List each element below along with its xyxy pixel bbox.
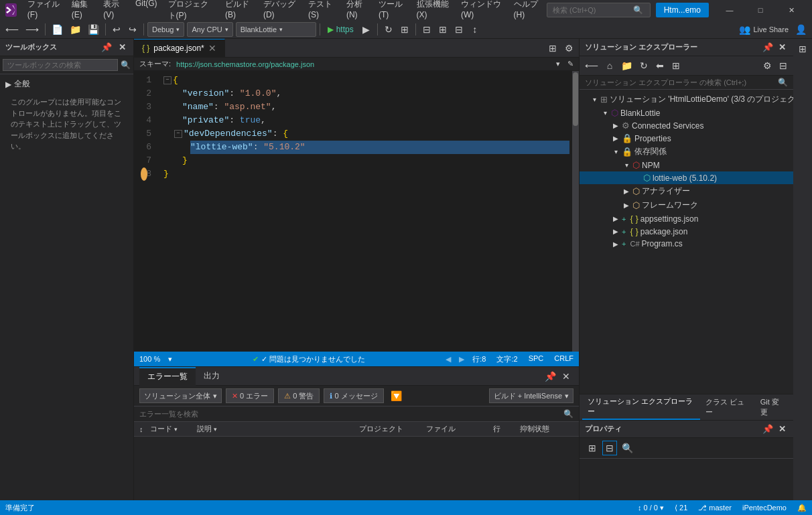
col-code[interactable]: コード ▾	[150, 424, 197, 434]
col-sort[interactable]: ↕	[139, 425, 150, 433]
toolbar-more-5[interactable]: ⊟	[452, 22, 466, 37]
se-node-program-cs[interactable]: ▶ + C# Program.cs	[580, 238, 793, 250]
toolbar-more-1[interactable]: ↻	[381, 22, 396, 37]
toolbar-more-4[interactable]: ⊞	[435, 22, 450, 37]
props-pin-icon[interactable]: 📌	[760, 423, 775, 435]
editor-settings-icon[interactable]: ⚙	[561, 41, 576, 56]
line-num-1: 1	[134, 74, 155, 87]
collapse-icon-5[interactable]: −	[174, 130, 182, 138]
se-node-framework[interactable]: ▶ ⬡ フレームワーク	[580, 198, 793, 212]
status-bell-icon[interactable]: 🔔	[797, 504, 807, 512]
se-tab-solution-explorer[interactable]: ソリューション エクスプローラー	[582, 394, 700, 420]
se-title: ソリューション エクスプローラー	[585, 42, 697, 52]
schema-url-link[interactable]: https://json.schemastore.org/package.jso…	[176, 60, 314, 68]
toolbar-new-btn[interactable]: 📄	[49, 22, 66, 37]
bottom-panel-pin-icon[interactable]: 📌	[542, 369, 559, 384]
right-icon-1[interactable]: ⊞	[795, 42, 810, 56]
toolbox-search-input[interactable]	[3, 59, 118, 71]
msg-count-button[interactable]: ℹ 0 メッセージ	[324, 388, 383, 403]
collapse-icon-1[interactable]: −	[163, 76, 172, 84]
error-filter-btn[interactable]: 🔽	[388, 388, 405, 403]
toolbar-back-btn[interactable]: ⟵	[3, 22, 21, 37]
output-tab[interactable]: 出力	[196, 367, 228, 386]
col-suppress[interactable]: 抑制状態	[520, 424, 573, 434]
se-node-npm[interactable]: ▾ ⬡ NPM	[580, 159, 793, 171]
title-search-box[interactable]: 🔍	[547, 3, 651, 17]
debug-mode-dropdown[interactable]: Debug ▾	[147, 22, 184, 37]
col-file[interactable]: ファイル	[426, 424, 493, 434]
se-tab-class-view[interactable]: クラス ビュー	[700, 395, 755, 419]
run-button[interactable]: ▶ https	[324, 22, 358, 37]
se-back-btn[interactable]: ⟵	[582, 58, 601, 73]
build-scope-dropdown[interactable]: ビルド + IntelliSense ▾	[489, 388, 573, 403]
se-node-blanklottie[interactable]: ▾ ⬡ BlankLottie	[580, 106, 793, 119]
toolbar-run-extra[interactable]: ▶	[359, 22, 374, 37]
se-settings-btn[interactable]: ⚙	[760, 58, 774, 73]
title-search-input[interactable]	[553, 6, 633, 14]
toolbar-redo-btn[interactable]: ↪	[125, 22, 140, 37]
se-folder-btn[interactable]: 📁	[618, 58, 635, 73]
plus-icon: +	[622, 215, 626, 223]
se-search-input[interactable]	[585, 78, 775, 86]
toolbar-more-2[interactable]: ⊞	[397, 22, 412, 37]
se-more-btn[interactable]: ⊟	[776, 58, 791, 73]
props-grid-icon[interactable]: ⊞	[585, 441, 600, 455]
se-refresh-btn[interactable]: ↻	[636, 58, 651, 73]
props-sort-icon[interactable]: ⊟	[602, 441, 617, 455]
se-node-dependencies[interactable]: ▾ 🔒 依存関係	[580, 145, 793, 159]
platform-dropdown[interactable]: Any CPU ▾	[187, 22, 232, 37]
col-description[interactable]: 説明 ▾	[197, 424, 359, 434]
se-filter-btn[interactable]: ⊞	[669, 58, 683, 73]
se-node-solution[interactable]: ▾ ⊞ ソリューション 'HtmlLottieDemo' (3/3 のプロジェク…	[580, 92, 793, 106]
se-home-btn[interactable]: ⌂	[602, 58, 617, 73]
editor-scrollbar[interactable]	[572, 71, 579, 352]
toolbar-forward-btn[interactable]: ⟶	[23, 22, 42, 37]
error-count-button[interactable]: ✕ 0 エラー	[226, 388, 274, 403]
editor-nav-right[interactable]: ▶	[459, 355, 464, 364]
props-search-icon[interactable]: 🔍	[620, 441, 634, 455]
editor-tab-close-icon[interactable]: ✕	[208, 43, 216, 54]
live-share-btn[interactable]: 👥 Live Share	[736, 22, 791, 37]
se-node-package-json[interactable]: ▶ + { } package.json	[580, 225, 793, 238]
toolbox-section-header[interactable]: ▶ 全般	[5, 77, 128, 91]
editor-nav-left[interactable]: ◀	[446, 355, 451, 364]
se-node-analyzer[interactable]: ▶ ⬡ アナライザー	[580, 184, 793, 198]
se-node-lottie-web[interactable]: ⬡ lottie-web (5.10.2)	[580, 171, 793, 184]
toolbox-close-icon[interactable]: ✕	[117, 42, 128, 53]
se-node-appsettings[interactable]: ▶ + { } appsettings.json	[580, 212, 793, 225]
toolbar-profile-btn[interactable]: 👤	[793, 22, 809, 37]
toolbar-save-btn[interactable]: 💾	[85, 22, 102, 37]
toolbar-more-3[interactable]: ⊟	[419, 22, 434, 37]
bottom-panel-close-icon[interactable]: ✕	[559, 369, 573, 384]
code-content[interactable]: −{ "version": "1.0.0", "name": "asp.net"…	[161, 71, 572, 352]
se-pin-icon[interactable]: 📌	[760, 42, 775, 53]
editor-split-icon[interactable]: ⊞	[545, 41, 560, 56]
zoom-dropdown-icon[interactable]: ▾	[168, 355, 172, 364]
se-tab-git-changes[interactable]: Git 変更	[755, 395, 791, 419]
schema-dropdown-icon[interactable]: ▾	[556, 60, 560, 68]
minimize-button[interactable]: —	[714, 0, 745, 20]
error-scope-dropdown[interactable]: ソリューション全体 ▾	[139, 388, 222, 403]
editor-tab-package-json[interactable]: { } package.json* ✕	[134, 39, 225, 58]
toolbar-open-btn[interactable]: 📁	[67, 22, 84, 37]
search-icon: 🔍	[633, 5, 643, 15]
project-dropdown[interactable]: BlankLottie ▾	[236, 22, 316, 37]
se-close-icon[interactable]: ✕	[776, 42, 788, 53]
close-button[interactable]: ✕	[776, 0, 807, 20]
error-search-input[interactable]	[139, 410, 561, 418]
toolbox-pin-icon[interactable]: 📌	[99, 42, 114, 53]
warn-count-button[interactable]: ⚠ 0 警告	[278, 388, 320, 403]
props-close-icon[interactable]: ✕	[776, 423, 788, 435]
col-line[interactable]: 行	[493, 424, 520, 434]
maximize-button[interactable]: □	[745, 0, 776, 20]
code-editor[interactable]: 1 2 3 4 5 6 7 8 −{ "version": "1.0.0", "…	[134, 71, 579, 352]
toolbar-undo-btn[interactable]: ↩	[109, 22, 124, 37]
se-node-connected-services[interactable]: ▶ ⚙ Connected Services	[580, 119, 793, 132]
se-node-properties[interactable]: ▶ 🔒 Properties	[580, 132, 793, 145]
error-list-tab[interactable]: エラー一覧	[139, 367, 196, 386]
se-back2-btn[interactable]: ⬅	[653, 58, 667, 73]
schema-edit-icon[interactable]: ✎	[567, 60, 573, 68]
toolbar-more-6[interactable]: ↕	[468, 22, 482, 37]
code-line-6: "lottie-web": "5.10.2"	[161, 141, 572, 154]
col-project[interactable]: プロジェクト	[359, 424, 426, 434]
